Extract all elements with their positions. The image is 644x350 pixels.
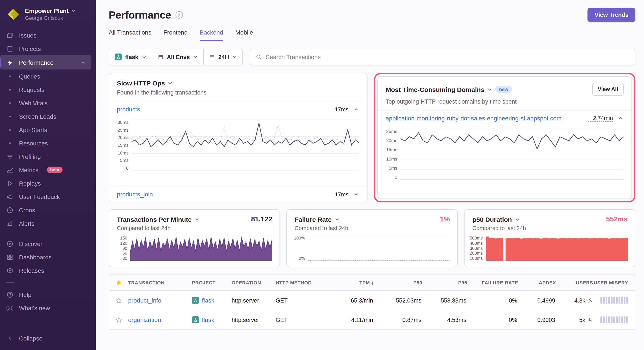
project-filter-button[interactable]: flask	[109, 49, 152, 65]
tab-mobile[interactable]: Mobile	[235, 29, 253, 41]
sidebar-item-label: User Feedback	[19, 193, 60, 200]
tab-all-transactions[interactable]: All Transactions	[109, 29, 152, 41]
domain-link[interactable]: application-monitoring-ruby-dot-sales-en…	[386, 115, 562, 122]
p50-cell: 552.03ms	[374, 297, 422, 304]
sidebar-item-resources[interactable]: Resources	[0, 136, 96, 150]
star-filled-icon[interactable]	[116, 279, 122, 286]
widget-header: Most Time-Consuming Domains new View All…	[378, 77, 632, 111]
sidebar-item-issues[interactable]: Issues	[0, 29, 96, 42]
org-name: Empower Plant	[25, 7, 68, 14]
user-icon	[588, 297, 593, 303]
siren-icon	[6, 219, 14, 227]
column-header-tpm[interactable]: TPM ↓	[323, 279, 374, 285]
org-switcher[interactable]: Empower Plant George Gritsouk	[0, 5, 96, 26]
environment-filter-label: All Envs	[167, 54, 190, 60]
stat-value: 1%	[440, 215, 450, 223]
transaction-link[interactable]: products_join	[117, 191, 153, 198]
chevron-down-icon[interactable]	[195, 217, 200, 222]
transaction-accordion-row: products_join 17ms	[109, 186, 367, 202]
sidebar-item-user-feedback[interactable]: User Feedback	[0, 190, 96, 203]
project-link[interactable]: flask	[202, 297, 214, 304]
sidebar-item-whats-new[interactable]: What's new	[0, 301, 96, 315]
chevron-down-icon	[232, 55, 237, 59]
search-transactions-input[interactable]	[266, 54, 629, 61]
chevron-down-icon[interactable]	[168, 81, 173, 86]
sidebar-item-label: Alerts	[19, 220, 34, 227]
sidebar-item-label: Releases	[19, 267, 44, 274]
bullet-icon	[6, 89, 14, 90]
help-icon	[6, 291, 14, 298]
p95-cell: 558.83ms	[422, 297, 467, 304]
sidebar-item-metrics[interactable]: Metrics beta	[0, 163, 96, 177]
collapse-row-button[interactable]	[617, 115, 624, 122]
transaction-link[interactable]: products	[117, 106, 140, 113]
column-header-p95[interactable]: P95	[422, 280, 467, 285]
column-header-project[interactable]: PROJECT	[192, 280, 232, 285]
chevron-down-icon[interactable]	[335, 217, 340, 222]
tab-backend[interactable]: Backend	[200, 29, 223, 41]
environment-filter-button[interactable]: All Envs	[152, 49, 204, 65]
stat-subtitle: Compared to last 24h	[117, 225, 272, 231]
sidebar-item-discover[interactable]: Discover	[0, 237, 96, 250]
view-all-button[interactable]: View All	[592, 83, 624, 96]
stat-value: 552ms	[606, 215, 628, 223]
nav-divider	[6, 282, 14, 283]
column-header-p50[interactable]: P50	[374, 280, 422, 285]
nav-section-gap	[0, 230, 96, 237]
column-header-transaction[interactable]: TRANSACTION	[128, 280, 192, 285]
sidebar-item-dashboards[interactable]: Dashboards	[0, 250, 96, 264]
column-header-http-method[interactable]: HTTP METHOD	[276, 280, 323, 285]
expand-row-button[interactable]	[353, 191, 359, 197]
widget-title: Most Time-Consuming Domains	[386, 86, 484, 93]
sidebar-item-profiling[interactable]: Profiling	[0, 150, 96, 163]
projects-icon	[6, 45, 14, 53]
tpm-cell: 4.11/min	[323, 316, 374, 323]
sidebar-item-help[interactable]: Help	[0, 288, 96, 301]
clock-icon	[6, 206, 14, 214]
transaction-link[interactable]: organization	[128, 316, 192, 323]
tab-frontend[interactable]: Frontend	[164, 29, 188, 41]
sidebar-collapse-button[interactable]: Collapse	[0, 331, 96, 345]
sidebar: Empower Plant George Gritsouk Issues Pro…	[0, 0, 96, 350]
duration-value[interactable]: 2.74min	[588, 115, 613, 122]
column-header-failure-rate[interactable]: FAILURE RATE	[467, 280, 518, 285]
sidebar-item-projects[interactable]: Projects	[0, 42, 96, 55]
sidebar-item-performance[interactable]: Performance	[0, 55, 92, 70]
view-trends-button[interactable]: View Trends	[588, 8, 635, 22]
column-header-users[interactable]: USERS	[556, 280, 593, 285]
highlight-ring: Most Time-Consuming Domains new View All…	[374, 73, 635, 202]
issues-icon	[6, 31, 14, 39]
widgets-row: Slow HTTP Ops Found in the following tra…	[109, 73, 635, 202]
domain-accordion-row: application-monitoring-ruby-dot-sales-en…	[378, 111, 632, 126]
bullet-icon	[6, 102, 14, 104]
sidebar-item-screen-loads[interactable]: Screen Loads	[0, 110, 96, 123]
sidebar-item-label: Profiling	[19, 153, 41, 160]
project-link[interactable]: flask	[202, 316, 214, 323]
column-header-apdex[interactable]: APDEX	[518, 280, 556, 285]
star-toggle-button[interactable]	[116, 297, 122, 304]
sidebar-item-web-vitals[interactable]: Web Vitals	[0, 96, 96, 110]
sidebar-item-releases[interactable]: Releases	[0, 264, 96, 277]
widget-title: Slow HTTP Ops	[117, 79, 165, 87]
sidebar-item-requests[interactable]: Requests	[0, 83, 96, 96]
collapse-row-button[interactable]	[353, 106, 359, 112]
sidebar-nav: Issues Projects Performance Queries	[0, 26, 96, 345]
sidebar-item-app-starts[interactable]: App Starts	[0, 123, 96, 136]
transaction-link[interactable]: product_info	[128, 297, 192, 304]
column-header-operation[interactable]: OPERATION	[232, 280, 276, 285]
sort-desc-icon: ↓	[371, 279, 374, 285]
page-title: Performance	[109, 9, 171, 21]
sidebar-item-label: Replays	[19, 180, 41, 187]
chevron-down-icon[interactable]	[488, 87, 492, 92]
slow-http-ops-widget: Slow HTTP Ops Found in the following tra…	[109, 73, 368, 202]
help-tooltip-icon[interactable]: ?	[175, 11, 183, 19]
sidebar-item-queries[interactable]: Queries	[0, 70, 96, 83]
column-header-user-misery[interactable]: USER MISERY	[593, 280, 635, 285]
star-toggle-button[interactable]	[116, 316, 122, 323]
sidebar-item-crons[interactable]: Crons	[0, 203, 96, 217]
chevron-up-icon[interactable]	[81, 60, 86, 65]
chevron-down-icon[interactable]	[515, 217, 520, 222]
date-range-filter-button[interactable]: 24H	[204, 49, 242, 65]
sidebar-item-alerts[interactable]: Alerts	[0, 217, 96, 230]
sidebar-item-replays[interactable]: Replays	[0, 177, 96, 190]
